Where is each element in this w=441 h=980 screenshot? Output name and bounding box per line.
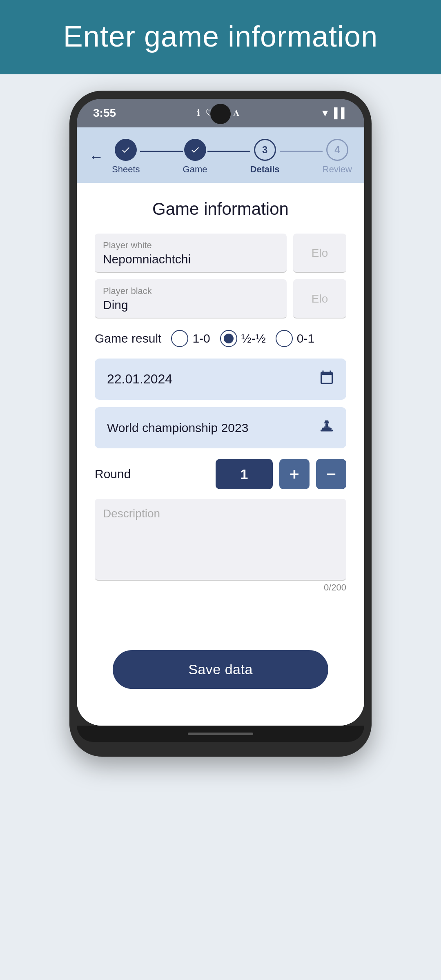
header-title: Enter game information [63,20,378,53]
description-placeholder: Description [103,507,160,520]
step-line-1 [140,151,183,152]
info-icon: ℹ [197,108,200,118]
step-details: 3 Details [250,139,280,175]
step-label-details: Details [250,164,280,175]
radio-half [220,330,237,347]
date-field[interactable]: 22.01.2024 [95,359,346,400]
spacer [95,609,346,642]
description-input[interactable]: Description [95,499,346,581]
status-time: 3:55 [93,107,116,120]
round-value: 1 [216,459,273,489]
step-label-game: Game [183,164,207,175]
step-circle-details: 3 [254,139,276,161]
status-right: ▼ ▌▌ [320,107,348,119]
round-label: Round [95,467,209,481]
svg-rect-1 [322,428,332,430]
radio-1-0 [171,330,188,347]
game-result-label: Game result [95,332,161,345]
header-banner: Enter game information [0,0,441,74]
date-value: 22.01.2024 [107,372,172,387]
player-white-elo-placeholder: Elo [312,247,328,260]
svg-rect-2 [325,421,329,423]
step-circle-review: 4 [326,139,348,161]
back-button[interactable]: ← [89,148,104,165]
player-black-label: Player black [103,286,278,296]
svg-rect-3 [324,422,329,423]
player-black-value: Ding [103,298,278,312]
step-game: Game [183,139,207,175]
player-black-row: Player black Ding Elo [95,279,346,318]
form-title: Game information [95,199,346,219]
home-bar [188,733,253,735]
player-black-elo-placeholder: Elo [312,292,328,305]
svg-rect-5 [324,427,330,428]
result-option-half[interactable]: ½-½ [220,330,266,347]
tournament-value: World championship 2023 [107,421,248,435]
a-icon: 𝐀 [233,108,240,118]
round-row: Round 1 + − [95,459,346,489]
char-count: 0/200 [95,582,346,593]
signal-icon: ▌▌ [334,107,348,119]
phone-frame: 3:55 ℹ 🛡 ◈ 𝐀 ▼ ▌▌ ← Sheets [69,91,372,757]
calendar-icon [319,370,334,388]
step-line-2 [207,151,250,152]
step-circle-game [184,139,206,161]
step-label-sheets: Sheets [112,164,140,175]
round-increment-button[interactable]: + [279,459,310,489]
result-text-half: ½-½ [241,332,266,345]
save-button-wrap: Save data [95,642,346,705]
result-option-1-0[interactable]: 1-0 [171,330,210,347]
result-option-0-1[interactable]: 0-1 [276,330,314,347]
tournament-field[interactable]: World championship 2023 [95,407,346,448]
chess-icon [319,419,334,437]
game-result-row: Game result 1-0 ½-½ 0-1 [95,330,346,347]
result-text-0-1: 0-1 [297,332,314,345]
result-text-1-0: 1-0 [192,332,210,345]
wifi-icon: ▼ [320,107,330,119]
save-button[interactable]: Save data [113,650,328,689]
radio-half-inner [224,334,234,343]
svg-rect-0 [321,430,333,432]
stepper-bar: ← Sheets Game [77,127,364,183]
player-white-value: Nepomniachtchi [103,252,278,266]
step-circle-sheets [115,139,137,161]
player-white-input[interactable]: Player white Nepomniachtchi [95,234,287,273]
step-line-3 [280,151,323,152]
camera-notch [210,104,231,124]
step-review: 4 Review [323,139,352,175]
player-black-input[interactable]: Player black Ding [95,279,287,318]
stepper: Sheets Game 3 Details [112,139,352,175]
home-indicator [77,726,364,742]
form-area: Game information Player white Nepomniach… [77,183,364,726]
screen: ← Sheets Game [77,127,364,726]
status-bar: 3:55 ℹ 🛡 ◈ 𝐀 ▼ ▌▌ [77,99,364,127]
player-black-elo[interactable]: Elo [293,279,346,318]
radio-0-1 [276,330,293,347]
player-white-elo[interactable]: Elo [293,234,346,273]
step-label-review: Review [323,164,352,175]
round-decrement-button[interactable]: − [316,459,346,489]
step-sheets: Sheets [112,139,140,175]
player-white-label: Player white [103,240,278,251]
player-white-row: Player white Nepomniachtchi Elo [95,234,346,273]
